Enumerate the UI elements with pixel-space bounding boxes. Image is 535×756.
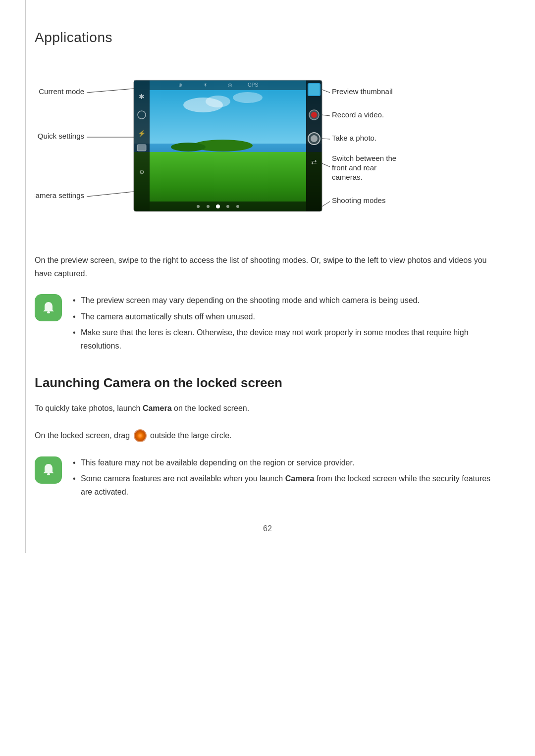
bell-icon-2: [41, 462, 56, 477]
svg-text:Current mode: Current mode: [39, 87, 84, 96]
svg-rect-54: [47, 311, 50, 313]
svg-text:Preview thumbnail: Preview thumbnail: [332, 87, 393, 96]
svg-point-5: [233, 92, 263, 103]
launching-intro-2-start: On the locked screen, drag: [35, 431, 132, 440]
svg-line-41: [87, 192, 134, 197]
svg-line-45: [322, 115, 330, 116]
svg-point-25: [197, 205, 200, 208]
launching-intro-1-end: on the locked screen.: [172, 404, 250, 412]
svg-point-26: [207, 205, 210, 208]
svg-point-9: [171, 143, 206, 151]
svg-text:Quick settings: Quick settings: [38, 132, 84, 140]
svg-line-51: [322, 163, 330, 167]
camera-diagram: ✱ ⚡ ⚙ ⇄: [35, 65, 500, 234]
note-item-2b: Some camera features are not available w…: [71, 472, 500, 499]
camera-bold-1: Camera: [143, 404, 172, 412]
launching-section-heading: Launching Camera on the locked screen: [35, 375, 500, 391]
svg-text:☀: ☀: [203, 82, 208, 88]
launching-intro-2: On the locked screen, drag outside the l…: [35, 429, 500, 443]
svg-text:✱: ✱: [139, 93, 145, 101]
svg-point-27: [216, 204, 220, 208]
svg-text:⊕: ⊕: [178, 82, 182, 88]
svg-text:Take a photo.: Take a photo.: [332, 134, 376, 142]
note-list-2: This feature may not be available depend…: [71, 456, 500, 502]
svg-point-28: [226, 205, 229, 208]
svg-point-4: [206, 96, 230, 107]
svg-rect-18: [309, 84, 320, 95]
launching-intro-1: To quickly take photos, launch Camera on…: [35, 402, 500, 415]
bell-icon-1: [41, 301, 56, 315]
launching-intro-2-end: outside the large circle.: [150, 431, 232, 440]
svg-point-22: [311, 135, 318, 142]
body-paragraph: On the preview screen, swipe to the righ…: [35, 253, 500, 280]
note-block-2: This feature may not be available depend…: [35, 456, 500, 502]
svg-text:Switch between the: Switch between the: [332, 154, 396, 162]
svg-text:front and rear: front and rear: [332, 163, 376, 172]
svg-text:Camera settings: Camera settings: [35, 191, 84, 200]
page-number: 62: [263, 524, 272, 533]
svg-text:cameras.: cameras.: [332, 173, 363, 181]
svg-line-53: [322, 202, 330, 206]
note-item: Make sure that the lens is clean. Otherw…: [71, 326, 500, 353]
note-block-1: The preview screen may vary depending on…: [35, 294, 500, 355]
svg-text:◎: ◎: [228, 82, 232, 88]
svg-point-20: [311, 112, 317, 118]
svg-text:⚙: ⚙: [139, 169, 145, 176]
svg-rect-14: [137, 145, 146, 151]
svg-line-37: [87, 89, 134, 93]
svg-line-47: [322, 139, 330, 139]
svg-rect-55: [47, 473, 50, 475]
svg-line-43: [322, 90, 330, 93]
note-icon-1: [35, 294, 62, 321]
note-item: The preview screen may vary depending on…: [71, 294, 500, 307]
svg-rect-16: [306, 80, 322, 211]
note-icon-2: [35, 456, 62, 484]
diagram-svg: ✱ ⚡ ⚙ ⇄: [35, 65, 500, 234]
launching-intro-1-text: To quickly take photos, launch: [35, 404, 143, 412]
svg-text:⚡: ⚡: [138, 129, 146, 138]
svg-text:Record a video.: Record a video.: [332, 110, 384, 119]
camera-drag-icon: [134, 429, 147, 442]
page-title: Applications: [35, 30, 500, 46]
svg-point-29: [236, 205, 239, 208]
note-list-1: The preview screen may vary depending on…: [71, 294, 500, 355]
note-item: The camera automatically shuts off when …: [71, 310, 500, 323]
note-item-2a: This feature may not be available depend…: [71, 456, 500, 469]
svg-text:GPS: GPS: [248, 82, 258, 88]
svg-text:⇄: ⇄: [311, 158, 317, 166]
svg-text:Shooting modes: Shooting modes: [332, 196, 385, 204]
